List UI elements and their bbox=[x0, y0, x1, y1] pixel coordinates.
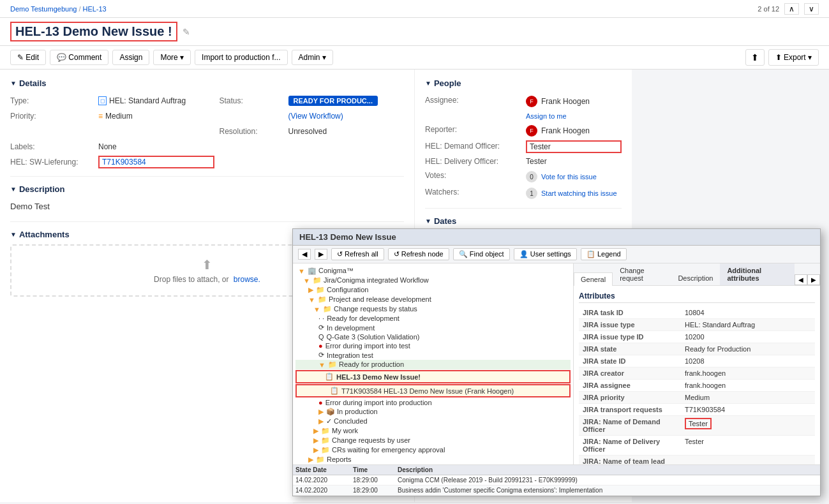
attr-row: JIRA: Name of team lead bbox=[579, 456, 815, 465]
tree-item[interactable]: ▶ 📁 Change requests by user bbox=[295, 436, 571, 445]
export-button[interactable]: ⬆ Export ▾ bbox=[768, 49, 819, 66]
popup-toolbar: ◀ ▶ ↺ Refresh all ↺ Refresh node 🔍 Find … bbox=[293, 246, 820, 263]
tree-item[interactable]: ● Error during import into production bbox=[295, 398, 571, 407]
tree-item[interactable]: ▶ ✓ Concluded bbox=[295, 417, 571, 426]
attr-label: JIRA state bbox=[579, 343, 681, 355]
tree-item[interactable]: ▶ 📁 CRs waiting for emergency approval bbox=[295, 445, 571, 455]
attachments-arrow[interactable]: ▼ bbox=[10, 231, 17, 238]
tab-nav-right[interactable]: ▶ bbox=[807, 274, 820, 285]
attr-label: JIRA: Name of Demand Officer bbox=[579, 416, 681, 436]
attr-row: JIRA state ID10208 bbox=[579, 355, 815, 367]
log-col-desc: Description bbox=[398, 466, 818, 473]
share-button[interactable]: ⬆ bbox=[745, 49, 765, 66]
breadcrumb-issue[interactable]: HEL-13 bbox=[82, 5, 106, 13]
tree-item[interactable]: ▶ 📁 My work bbox=[295, 426, 571, 436]
assignee-value: F Frank Hoogen bbox=[526, 94, 622, 108]
view-workflow-cell bbox=[220, 110, 283, 122]
admin-button[interactable]: Admin ▾ bbox=[292, 50, 333, 65]
tree-item[interactable]: ▼ 📁 Ready for production bbox=[295, 360, 571, 369]
assign-button[interactable]: Assign bbox=[112, 50, 149, 65]
attr-row: JIRA: Name of Delivery OfficerTester bbox=[579, 436, 815, 456]
attr-label: JIRA: Name of team lead bbox=[579, 456, 681, 465]
tree-item[interactable]: ▼ 🏢 Conigma™ bbox=[295, 266, 571, 276]
refresh-node-button[interactable]: ↺ Refresh node bbox=[388, 248, 449, 260]
nav-prev-button[interactable]: ∧ bbox=[784, 3, 799, 15]
nav-counter: 2 of 12 bbox=[758, 5, 779, 13]
refresh-all-button[interactable]: ↺ Refresh all bbox=[331, 248, 384, 260]
attr-value-highlighted: Tester bbox=[685, 418, 712, 429]
assign-to-me-link[interactable]: Assign to me bbox=[526, 111, 622, 121]
user-settings-button[interactable]: 👤 User settings bbox=[514, 248, 577, 260]
import-button[interactable]: Import to production f... bbox=[195, 50, 287, 65]
description-header: Description bbox=[19, 184, 65, 194]
tab-description[interactable]: Description bbox=[671, 271, 720, 285]
type-icon: ◻ bbox=[98, 96, 107, 105]
people-section: ▼ People Assignee: F Frank Hoogen Assign… bbox=[425, 78, 622, 200]
details-arrow[interactable]: ▼ bbox=[10, 80, 17, 87]
attributes-section-header: Attributes bbox=[579, 290, 815, 303]
resolution-value: Unresolved bbox=[288, 125, 405, 138]
log-date: 14.02.2020 bbox=[295, 487, 353, 494]
demand-officer-label: HEL: Demand Officer: bbox=[425, 140, 521, 153]
demand-officer-value: Tester bbox=[526, 140, 622, 153]
vote-link[interactable]: Vote for this issue bbox=[541, 173, 597, 181]
tree-item[interactable]: ▶ 📁 Configuration bbox=[295, 285, 571, 295]
people-arrow[interactable]: ▼ bbox=[425, 80, 431, 87]
log-time: 18:29:00 bbox=[353, 477, 398, 484]
details-header: Details bbox=[19, 78, 47, 88]
tab-nav-left[interactable]: ◀ bbox=[795, 274, 807, 285]
tree-item[interactable]: ▼ 📁 Jira/Conigma integrated Workflow bbox=[295, 276, 571, 285]
attr-value: Tester bbox=[681, 416, 815, 436]
edit-button[interactable]: ✎ Edit bbox=[10, 50, 46, 65]
find-object-button[interactable]: 🔍 Find object bbox=[453, 248, 510, 260]
dates-arrow[interactable]: ▼ bbox=[425, 218, 431, 225]
details-section: ▼ Details Type: ◻ HEL: Standard Auftrag … bbox=[10, 78, 404, 168]
tree-hel13-label: HEL-13 Demo New Issue! bbox=[336, 373, 421, 381]
tab-general[interactable]: General bbox=[574, 272, 613, 286]
tree-item[interactable]: ▼ 📁 Project and release development bbox=[295, 295, 571, 304]
log-time: 18:29:00 bbox=[353, 487, 398, 494]
attr-value: 10804 bbox=[681, 307, 815, 319]
attr-row: JIRA creatorfrank.hoogen bbox=[579, 367, 815, 380]
attr-value: Tester bbox=[681, 436, 815, 456]
description-arrow[interactable]: ▼ bbox=[10, 186, 17, 193]
view-workflow-link[interactable]: (View Workflow) bbox=[288, 110, 405, 122]
labels-value: None bbox=[98, 140, 214, 153]
reporter-value: F Frank Hoogen bbox=[526, 124, 622, 138]
tree-item[interactable]: ▶ 📦 In production bbox=[295, 407, 571, 417]
attr-value bbox=[681, 456, 815, 465]
attr-row: JIRA stateReady for Production bbox=[579, 343, 815, 355]
edit-title-icon[interactable]: ✎ bbox=[183, 27, 190, 37]
issue-title: HEL-13 Demo New Issue ! bbox=[10, 22, 177, 41]
tree-item[interactable]: ▼ 📁 Change requests by status bbox=[295, 304, 571, 314]
popup-nav-fwd[interactable]: ▶ bbox=[315, 249, 327, 260]
tree-item-t71[interactable]: 📋 T71K903584 HEL-13 Demo New Issue (Fran… bbox=[295, 384, 571, 397]
browse-link[interactable]: browse. bbox=[234, 275, 260, 284]
tab-additional-attributes[interactable]: Additional attributes bbox=[720, 263, 795, 285]
attr-row: JIRA task ID10804 bbox=[579, 307, 815, 319]
tree-item[interactable]: ▶ 📁 Reports bbox=[295, 455, 571, 464]
comment-button[interactable]: 💬 Comment bbox=[50, 50, 108, 65]
attr-value: frank.hoogen bbox=[681, 380, 815, 392]
status-badge[interactable]: READY FOR PRODUC... bbox=[288, 96, 378, 106]
watch-link[interactable]: Start watching this issue bbox=[541, 189, 617, 197]
attr-row: JIRA priorityMedium bbox=[579, 392, 815, 404]
tree-item[interactable]: Q Q-Gate 3 (Solution Validation) bbox=[295, 332, 571, 341]
attr-value: HEL: Standard Auftrag bbox=[681, 319, 815, 331]
tree-item[interactable]: ⟳ Integration test bbox=[295, 350, 571, 360]
tree-item[interactable]: ● Error during import into test bbox=[295, 341, 571, 350]
tree-item-hel13[interactable]: 📋 HEL-13 Demo New Issue! bbox=[295, 370, 571, 383]
breadcrumb-project[interactable]: Demo Testumgebung bbox=[10, 5, 77, 13]
log-desc: Conigma CCM (Release 2019 - Build 209912… bbox=[398, 477, 818, 484]
reporter-name: Frank Hoogen bbox=[541, 126, 590, 135]
attr-value: Ready for Production bbox=[681, 343, 815, 355]
action-toolbar: ✎ Edit 💬 Comment Assign More ▾ Import to… bbox=[0, 46, 829, 70]
nav-next-button[interactable]: ∨ bbox=[804, 3, 819, 15]
tree-item[interactable]: · · Ready for development bbox=[295, 314, 571, 323]
popup-nav-back[interactable]: ◀ bbox=[298, 249, 311, 260]
assignee-label: Assignee: bbox=[425, 94, 521, 108]
more-button[interactable]: More ▾ bbox=[153, 50, 191, 65]
legend-button[interactable]: 📋 Legend bbox=[581, 248, 627, 260]
tab-change-request[interactable]: Change request bbox=[613, 263, 671, 285]
tree-item[interactable]: ⟳ In development bbox=[295, 323, 571, 332]
